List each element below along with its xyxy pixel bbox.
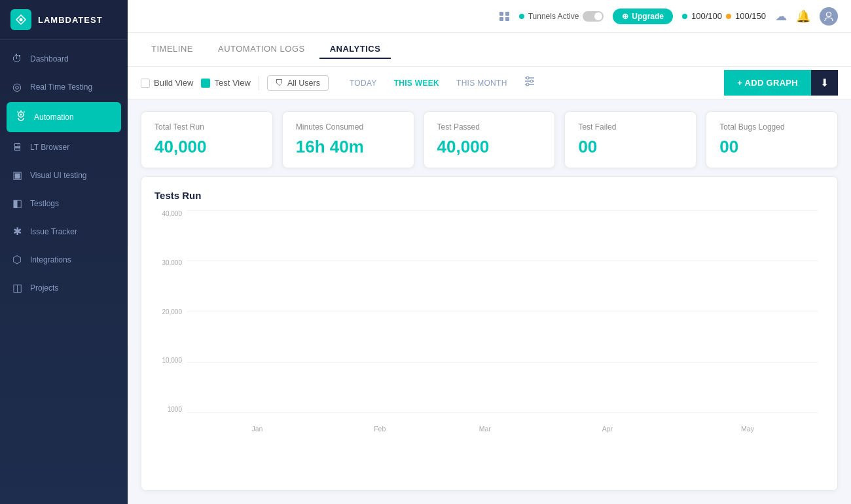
sidebar-label-integrations: Integrations — [30, 255, 71, 264]
y-label-4: 40,000 — [154, 210, 182, 217]
upgrade-button[interactable]: ⊕ Upgrade — [613, 9, 673, 24]
sidebar-item-automation[interactable]: Automation — [7, 102, 121, 132]
all-users-label: All Users — [287, 79, 320, 88]
stat-label-1: Minutes Consumed — [296, 122, 401, 132]
filter-button[interactable]: ⛉ All Users — [267, 75, 329, 91]
x-label-mar: Mar — [433, 425, 538, 433]
sidebar-item-projects[interactable]: ◫ Projects — [0, 274, 128, 302]
filter-bar: Build View Test View ⛉ All Users TODAY T… — [128, 67, 851, 99]
sidebar-item-realtime[interactable]: ◎ Real Time Testing — [0, 73, 128, 101]
sidebar-label-dashboard: Dashboard — [30, 54, 69, 63]
this-month-filter[interactable]: THIS MONTH — [448, 75, 515, 91]
test-view-check[interactable]: Test View — [201, 78, 250, 88]
stat-value-4: 00 — [719, 137, 824, 157]
y-label-2: 20,000 — [154, 308, 182, 315]
filter-divider-1 — [259, 76, 259, 90]
sidebar-label-testlogs: Testlogs — [30, 199, 59, 208]
tab-timeline[interactable]: TIMELINE — [141, 40, 204, 59]
stat-total-test-run: Total Test Run 40,000 — [141, 111, 273, 168]
sidebar-item-issue-tracker[interactable]: ✱ Issue Tracker — [0, 217, 128, 245]
chart-container: 1000 10,000 20,000 30,000 40,000 JanFebM… — [154, 210, 824, 433]
stat-test-failed: Test Failed 00 — [564, 111, 697, 168]
build-view-label: Build View — [154, 78, 193, 88]
issue-tracker-icon: ✱ — [10, 225, 24, 238]
sidebar-label-projects: Projects — [30, 283, 58, 293]
testlogs-icon: ◧ — [10, 197, 24, 209]
tab-automation-logs[interactable]: AUTOMATION LOGS — [208, 40, 316, 59]
tabs-row: TIMELINE AUTOMATION LOGS ANALYTICS — [128, 33, 851, 67]
sidebar-label-realtime: Real Time Testing — [30, 82, 92, 92]
stat-label-2: Test Passed — [437, 122, 542, 132]
projects-icon: ◫ — [10, 281, 24, 294]
add-graph-button[interactable]: + ADD GRAPH — [724, 70, 811, 96]
x-label-may: May — [678, 425, 818, 433]
sidebar-item-testlogs[interactable]: ◧ Testlogs — [0, 189, 128, 217]
topbar-icons — [499, 12, 510, 21]
test-view-checkbox[interactable] — [201, 79, 210, 88]
svg-line-5 — [18, 112, 18, 113]
stat-minutes-consumed: Minutes Consumed 16h 40m — [282, 111, 414, 168]
quota-orange-dot — [726, 14, 731, 19]
download-button[interactable]: ⬇ — [811, 70, 838, 96]
tunnel-toggle[interactable] — [583, 11, 604, 22]
sidebar-item-lt-browser[interactable]: 🖥 LT Browser — [0, 134, 128, 161]
realtime-icon: ◎ — [10, 81, 24, 93]
logo-icon — [10, 9, 31, 30]
stat-label-3: Test Failed — [578, 122, 683, 132]
x-label-jan: Jan — [187, 425, 327, 433]
stat-value-1: 16h 40m — [296, 137, 401, 157]
tunnel-status: Tunnels Active — [519, 11, 604, 22]
cloud-upload-icon[interactable]: ☁ — [775, 9, 787, 24]
upgrade-icon: ⊕ — [622, 12, 628, 21]
stats-row: Total Test Run 40,000 Minutes Consumed 1… — [128, 99, 851, 176]
x-label-apr: Apr — [537, 425, 678, 433]
y-label-0: 1000 — [154, 406, 182, 413]
chart-settings-button[interactable] — [523, 75, 536, 91]
sidebar-item-dashboard[interactable]: ⏱ Dashboard — [0, 45, 128, 73]
x-axis: JanFebMarAprMay — [187, 425, 818, 433]
quota-display: 100/100 100/150 — [682, 11, 766, 21]
svg-point-0 — [20, 18, 23, 22]
sidebar-label-visual-ui: Visual UI testing — [30, 171, 87, 180]
quota-value-2: 100/150 — [735, 11, 766, 21]
svg-point-6 — [827, 12, 831, 16]
sidebar-item-integrations[interactable]: ⬡ Integrations — [0, 245, 128, 274]
tunnel-active-dot — [519, 14, 524, 19]
svg-line-4 — [24, 112, 25, 113]
lt-browser-icon: 🖥 — [10, 141, 24, 153]
tab-analytics[interactable]: ANALYTICS — [319, 40, 391, 59]
quota-green-dot — [682, 14, 687, 19]
sidebar-label-lt-browser: LT Browser — [30, 143, 69, 152]
y-label-1: 10,000 — [154, 357, 182, 364]
integrations-icon: ⬡ — [10, 253, 24, 266]
tunnel-label: Tunnels Active — [528, 12, 579, 21]
dashboard-icon: ⏱ — [10, 53, 24, 65]
y-axis: 1000 10,000 20,000 30,000 40,000 — [154, 210, 182, 413]
upgrade-label: Upgrade — [632, 12, 664, 21]
grid-icon[interactable] — [499, 12, 510, 21]
sidebar-logo: LAMBDATEST — [0, 0, 128, 40]
quota-value-1: 100/100 — [691, 11, 722, 21]
stat-test-passed: Test Passed 40,000 — [424, 111, 556, 168]
user-avatar[interactable] — [820, 7, 838, 26]
this-week-filter[interactable]: THIS WEEK — [386, 75, 447, 91]
visual-ui-icon: ▣ — [10, 169, 24, 181]
chart-area: Tests Run 1000 10,000 20,000 30,000 40,0… — [141, 176, 838, 491]
sidebar-label-automation: Automation — [34, 113, 74, 122]
topbar: Tunnels Active ⊕ Upgrade 100/100 100/150… — [128, 0, 851, 33]
toggle-knob — [594, 12, 602, 20]
automation-icon — [14, 110, 27, 124]
filter-icon: ⛉ — [276, 79, 284, 88]
stat-label-0: Total Test Run — [154, 122, 259, 132]
today-filter[interactable]: TODAY — [342, 75, 385, 91]
build-view-check[interactable]: Build View — [141, 78, 193, 88]
stat-total-bugs: Total Bugs Logged 00 — [706, 111, 838, 168]
build-view-checkbox[interactable] — [141, 79, 150, 88]
sidebar: LAMBDATEST ⏱ Dashboard ◎ Real Time Testi… — [0, 0, 128, 504]
sidebar-item-visual-ui[interactable]: ▣ Visual UI testing — [0, 161, 128, 189]
main-content: Tunnels Active ⊕ Upgrade 100/100 100/150… — [128, 0, 851, 504]
svg-point-2 — [20, 114, 22, 116]
stat-value-2: 40,000 — [437, 137, 542, 157]
x-label-feb: Feb — [327, 425, 433, 433]
notification-icon[interactable]: 🔔 — [796, 9, 810, 24]
